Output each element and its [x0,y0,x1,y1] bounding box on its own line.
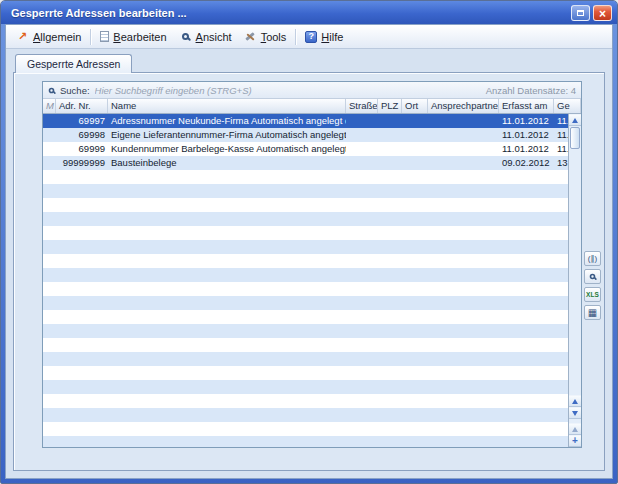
maximize-button[interactable] [571,5,590,21]
menu-item-hilfe[interactable]: Hilfe [299,29,349,45]
menu-item-label: Tools [261,31,287,43]
help-icon [305,31,317,43]
column-header[interactable]: Ort [402,99,428,113]
close-button[interactable] [593,5,612,21]
table-row-empty [43,170,568,184]
column-header-marker[interactable]: M [43,99,56,113]
table-row-empty [43,254,568,268]
menu-item-label: Allgemein [33,31,81,43]
magnifier-icon [179,30,192,43]
grid-header-row: MAdr. Nr.NameStraßePLZOrtAnsprechpartner… [43,99,581,114]
table-row-empty [43,380,568,394]
close-icon [599,4,606,22]
search-label: Suche: [60,85,90,96]
table-row-empty [43,226,568,240]
menu-separator [295,29,296,45]
table-row-empty [43,282,568,296]
search-bar: Suche: Hier Suchbegriff eingeben (STRG+S… [43,82,581,99]
table-row-empty [43,198,568,212]
grid-main: 69997Adressnummer Neukunde-Firma Automat… [43,114,581,447]
tabstrip: Gesperrte Adressen [15,54,132,73]
table-row-empty [43,310,568,324]
table-row-empty [43,352,568,366]
menu-item-bearbeiten[interactable]: Bearbeiten [94,29,172,45]
up-arrow-icon [572,118,578,123]
scroll-up-button[interactable] [569,114,581,126]
menu-item-label: Bearbeiten [113,31,166,43]
record-next-button[interactable] [569,407,581,419]
vertical-scrollbar[interactable] [568,114,581,447]
arrow-up-right-icon [16,30,29,43]
menubar: Allgemein Bearbeiten Ansicht Tools Hilfe [6,25,612,49]
record-prev-button[interactable] [569,395,581,407]
address-grid: Suche: Hier Suchbegriff eingeben (STRG+S… [42,81,582,448]
search-input[interactable]: Hier Suchbegriff eingeben (STRG+S) [95,85,481,96]
table-row-empty [43,366,568,380]
table-row-empty [43,338,568,352]
table-row-empty [43,240,568,254]
search-icon [49,87,55,93]
menu-item-label: Ansicht [196,31,232,43]
table-row[interactable]: 99999999Bausteinbelege09.02.201213. [43,156,568,170]
column-header[interactable]: Adr. Nr. [56,99,108,113]
column-header[interactable]: Erfasst am [499,99,554,113]
up-arrow-gray-icon [572,427,578,432]
tools-icon [244,30,257,43]
table-row-empty [43,422,568,436]
table-row[interactable]: 69998Eigene Lieferantennummer-Firma Auto… [43,128,568,142]
scroll-top-button[interactable] [569,423,581,435]
menu-separator [90,29,91,45]
table-row-empty [43,436,568,447]
table-row[interactable]: 69997Adressnummer Neukunde-Firma Automat… [43,114,568,128]
table-row-empty [43,324,568,338]
up-arrow-icon [572,399,578,404]
table-row-empty [43,296,568,310]
window-title: Gesperrte Adressen bearbeiten ... [11,7,568,19]
table-row-empty [43,394,568,408]
grid-rows: 69997Adressnummer Neukunde-Firma Automat… [43,114,568,447]
group-columns-button[interactable]: (∥) [584,251,601,266]
magnifier-icon [590,274,596,280]
content-area: Gesperrte Adressen Suche: Hier Suchbegri… [6,49,612,478]
record-count: Anzahl Datensätze: 4 [486,85,576,96]
menu-item-label: Hilfe [321,31,343,43]
titlebar: Gesperrte Adressen bearbeiten ... [1,1,617,24]
table-row-empty [43,212,568,226]
column-header[interactable]: Ge [554,99,581,113]
menu-item-tools[interactable]: Tools [238,28,293,45]
column-header[interactable]: PLZ [378,99,402,113]
zoom-button[interactable] [584,269,601,284]
menu-item-allgemein[interactable]: Allgemein [10,28,87,45]
window-body: Allgemein Bearbeiten Ansicht Tools Hilfe [5,24,613,479]
table-row-empty [43,268,568,282]
column-header[interactable]: Name [108,99,346,113]
new-record-button[interactable] [569,435,581,447]
maximize-icon [577,10,584,16]
menu-item-ansicht[interactable]: Ansicht [173,28,238,45]
table-row[interactable]: 69999Kundennummer Barbelege-Kasse Automa… [43,142,568,156]
down-arrow-icon [572,411,578,416]
column-header[interactable]: Ansprechpartner [428,99,499,113]
scroll-thumb[interactable] [570,127,580,149]
excel-export-button[interactable]: XLS [584,287,601,302]
panel: Suche: Hier Suchbegriff eingeben (STRG+S… [13,72,605,471]
side-toolbar: (∥) XLS ▦ [584,251,601,320]
app-window: Gesperrte Adressen bearbeiten ... Allgem… [0,0,618,484]
tab-gesperrte-adressen[interactable]: Gesperrte Adressen [15,54,132,73]
table-view-button[interactable]: ▦ [584,305,601,320]
scroll-track[interactable] [569,150,581,395]
table-row-empty [43,408,568,422]
edit-page-icon [100,31,109,42]
column-header[interactable]: Straße [346,99,378,113]
table-row-empty [43,184,568,198]
